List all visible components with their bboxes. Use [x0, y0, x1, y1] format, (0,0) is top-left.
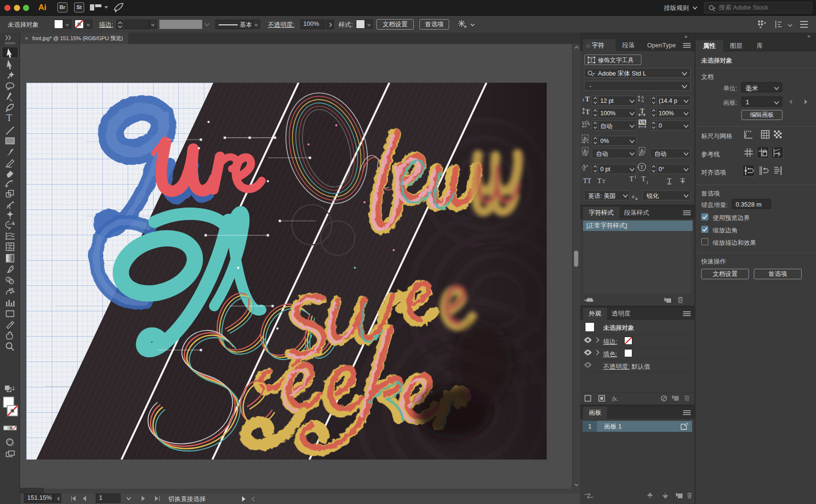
- svg-text:あ: あ: [583, 136, 588, 141]
- svg-text:A: A: [641, 99, 644, 103]
- svg-text:fx.: fx.: [612, 395, 618, 402]
- svg-text:a: a: [586, 163, 588, 168]
- svg-text:1: 1: [646, 180, 649, 185]
- svg-text:a: a: [632, 193, 634, 199]
- svg-text:t: t: [583, 97, 584, 102]
- svg-text:T: T: [6, 112, 12, 123]
- svg-text:V: V: [582, 120, 586, 127]
- svg-text:あ: あ: [640, 148, 645, 153]
- svg-text:T: T: [585, 109, 590, 116]
- svg-text:T: T: [602, 178, 606, 184]
- svg-text:1: 1: [634, 175, 637, 179]
- svg-text:あ: あ: [583, 148, 588, 153]
- svg-text:T: T: [585, 95, 590, 103]
- svg-text:T: T: [667, 177, 672, 185]
- svg-text:A: A: [586, 120, 590, 127]
- svg-text:a: a: [635, 195, 638, 201]
- svg-text:T: T: [641, 175, 646, 183]
- svg-text:T: T: [629, 175, 634, 183]
- svg-text:T: T: [681, 177, 685, 185]
- svg-text:T: T: [597, 177, 602, 185]
- svg-text:TT: TT: [583, 177, 592, 185]
- svg-text:T: T: [590, 57, 593, 63]
- svg-text:T: T: [640, 164, 644, 170]
- svg-text:VA: VA: [640, 120, 646, 125]
